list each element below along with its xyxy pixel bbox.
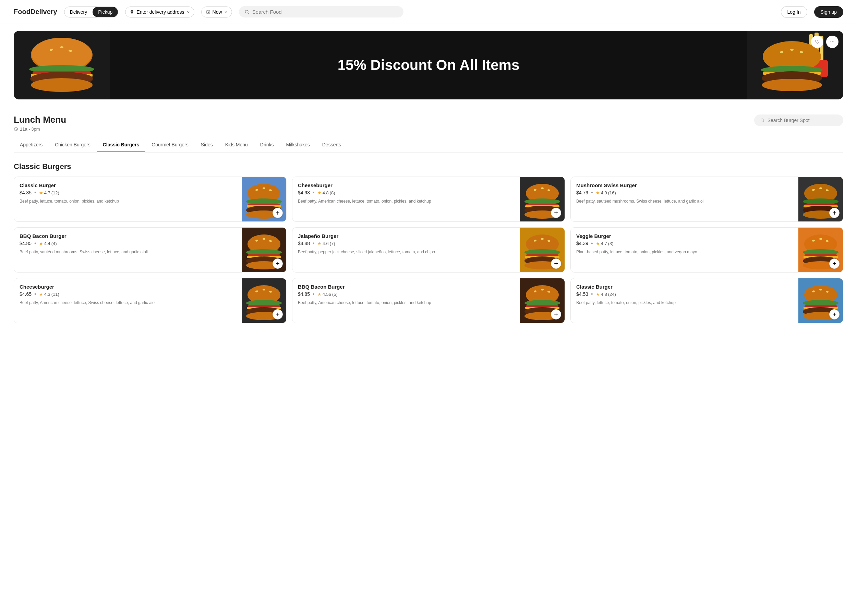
items-grid: Classic Burger $4.35 • ★ 4.7 (12) Beef p…	[14, 176, 843, 323]
item-card: BBQ Bacon Burger $4.85 • ★ 4.4 (4) Beef …	[14, 227, 286, 272]
item-info: Cheeseburger $4.65 • ★ 4.3 (11) Beef pat…	[14, 279, 242, 323]
category-tab-kids-menu[interactable]: Kids Menu	[219, 138, 254, 152]
item-card: Mushroom Swiss Burger $4.79 • ★ 4.9 (16)…	[571, 176, 843, 222]
menu-time-text: 11a - 3pm	[20, 127, 40, 132]
item-price-row: $4.65 • ★ 4.3 (11)	[20, 291, 236, 297]
rating-value: 4.3	[44, 292, 50, 297]
svg-point-62	[263, 238, 265, 240]
item-card: Classic Burger $4.53 • ★ 4.8 (24) Beef p…	[571, 278, 843, 323]
category-tabs: AppetizersChicken BurgersClassic Burgers…	[14, 138, 843, 153]
pickup-button[interactable]: Pickup	[93, 7, 118, 17]
search-icon	[244, 9, 249, 15]
add-item-button[interactable]: +	[829, 309, 840, 319]
category-tab-desserts[interactable]: Desserts	[316, 138, 347, 152]
banner-text: 15% Discount On All Items	[338, 57, 520, 73]
item-price: $4.79	[576, 190, 588, 195]
item-card: Classic Burger $4.35 • ★ 4.7 (12) Beef p…	[14, 176, 286, 222]
item-price-row: $4.39 • ★ 4.7 (3)	[576, 240, 793, 246]
item-rating: ★ 4.8 (24)	[596, 292, 616, 297]
item-price: $4.85	[20, 241, 31, 246]
delivery-button[interactable]: Delivery	[65, 7, 93, 17]
item-info: BBQ Bacon Burger $4.85 • ★ 4.56 (5) Beef…	[292, 279, 520, 323]
item-name: Jalapeño Burger	[298, 233, 515, 239]
item-price: $4.85	[298, 291, 310, 297]
rating-count: (3)	[608, 241, 614, 246]
delivery-toggle: Delivery Pickup	[64, 6, 119, 17]
item-desc: Plant-based patty, lettuce, tomato, onio…	[576, 249, 793, 255]
svg-point-82	[819, 238, 822, 240]
item-image-wrap: +	[798, 228, 843, 272]
rating-value: 4.6	[323, 241, 329, 246]
category-tab-milkshakes[interactable]: Milkshakes	[280, 138, 316, 152]
time-chevron-icon	[224, 10, 227, 14]
svg-point-42	[541, 187, 544, 189]
item-card: Cheeseburger $4.93 • ★ 4.8 (8) Beef patt…	[292, 176, 565, 222]
add-item-button[interactable]: +	[272, 258, 283, 269]
dot-separator: •	[591, 240, 593, 246]
item-rating: ★ 4.7 (3)	[596, 241, 614, 246]
svg-point-72	[541, 238, 544, 240]
add-item-button[interactable]: +	[272, 309, 283, 319]
rating-count: (5)	[332, 292, 338, 297]
item-price: $4.93	[298, 190, 310, 195]
item-desc: Beef patty, lettuce, tomato, onion, pick…	[576, 300, 793, 306]
item-price-row: $4.85 • ★ 4.4 (4)	[20, 240, 236, 246]
item-price-row: $4.35 • ★ 4.7 (12)	[20, 190, 236, 196]
signup-button[interactable]: Sign up	[814, 6, 843, 18]
star-icon: ★	[39, 190, 43, 195]
category-tab-appetizers[interactable]: Appetizers	[14, 138, 49, 152]
address-button[interactable]: Enter delivery address	[125, 6, 194, 17]
item-info: Classic Burger $4.35 • ★ 4.7 (12) Beef p…	[14, 177, 242, 221]
category-tab-drinks[interactable]: Drinks	[254, 138, 280, 152]
item-card: BBQ Bacon Burger $4.85 • ★ 4.56 (5) Beef…	[292, 278, 565, 323]
add-item-button[interactable]: +	[551, 258, 561, 269]
item-card: Veggie Burger $4.39 • ★ 4.7 (3) Plant-ba…	[571, 227, 843, 272]
item-info: Mushroom Swiss Burger $4.79 • ★ 4.9 (16)…	[571, 177, 798, 221]
star-icon: ★	[39, 241, 43, 246]
item-rating: ★ 4.56 (5)	[317, 292, 338, 297]
add-item-button[interactable]: +	[829, 208, 840, 218]
heart-button[interactable]: ♡	[811, 36, 823, 48]
item-desc: Beef patty, American cheese, lettuce, to…	[298, 300, 515, 306]
svg-point-112	[819, 289, 822, 291]
promo-banner: 15% Discount On All Items ♡	[14, 31, 843, 99]
svg-point-102	[541, 289, 544, 291]
category-tab-chicken-burgers[interactable]: Chicken Burgers	[49, 138, 97, 152]
item-name: BBQ Bacon Burger	[20, 233, 236, 239]
dot-separator: •	[312, 190, 315, 196]
category-tab-classic-burgers[interactable]: Classic Burgers	[97, 138, 146, 152]
star-icon: ★	[596, 292, 600, 297]
add-item-button[interactable]: +	[272, 208, 283, 218]
item-rating: ★ 4.8 (8)	[317, 190, 335, 195]
add-item-button[interactable]: +	[829, 258, 840, 269]
rating-count: (8)	[330, 190, 335, 195]
item-price-row: $4.48 • ★ 4.6 (7)	[298, 240, 515, 246]
menu-title: Lunch Menu	[14, 115, 66, 125]
address-text: Enter delivery address	[136, 9, 184, 15]
clock-small-icon	[14, 127, 18, 131]
item-price-row: $4.85 • ★ 4.56 (5)	[298, 291, 515, 297]
rating-count: (4)	[51, 241, 57, 246]
banner-actions: ♡ ···	[811, 36, 838, 48]
search-input[interactable]	[252, 9, 398, 15]
item-price-row: $4.79 • ★ 4.9 (16)	[576, 190, 793, 196]
item-info: Veggie Burger $4.39 • ★ 4.7 (3) Plant-ba…	[571, 228, 798, 272]
item-image-wrap: +	[520, 177, 565, 221]
left-burger-svg	[14, 31, 110, 99]
dot-separator: •	[312, 291, 315, 297]
rating-count: (7)	[330, 241, 335, 246]
menu-search-input[interactable]	[767, 118, 837, 123]
category-tab-gourmet-burgers[interactable]: Gourmet Burgers	[145, 138, 194, 152]
logo: FoodDelivery	[14, 8, 57, 16]
rating-value: 4.7	[44, 190, 50, 195]
more-button[interactable]: ···	[826, 36, 838, 48]
svg-point-32	[263, 187, 265, 189]
item-name: Classic Burger	[576, 284, 793, 289]
category-tab-sides[interactable]: Sides	[195, 138, 219, 152]
item-name: BBQ Bacon Burger	[298, 284, 515, 289]
time-button[interactable]: Now	[201, 6, 232, 17]
add-item-button[interactable]: +	[551, 309, 561, 319]
menu-header: Lunch Menu 11a - 3pm	[14, 106, 843, 132]
add-item-button[interactable]: +	[551, 208, 561, 218]
login-button[interactable]: Log In	[781, 6, 807, 18]
